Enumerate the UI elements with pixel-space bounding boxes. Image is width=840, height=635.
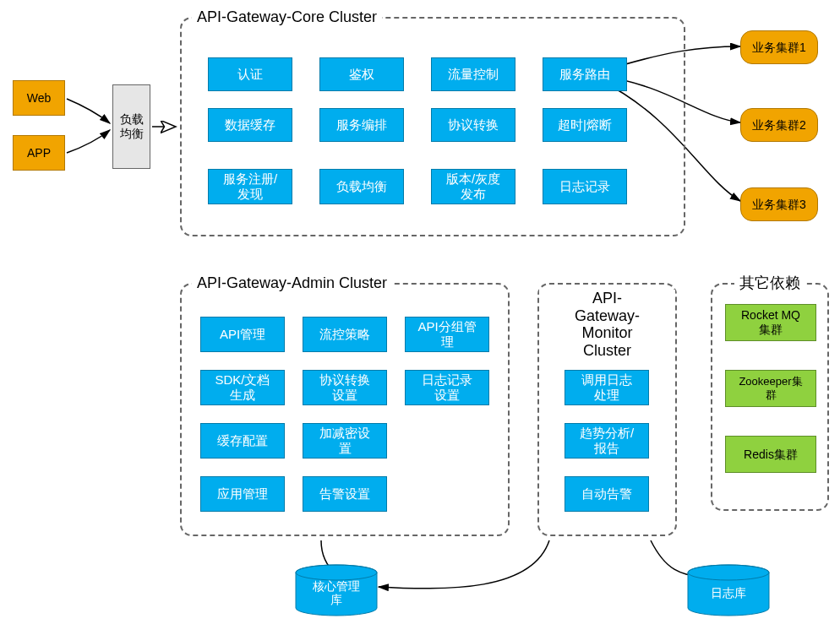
monitor-cluster-title: API- Gateway- Monitor Cluster [539, 290, 675, 360]
admin-item-9: 告警设置 [303, 476, 387, 512]
monitor-item-0-label: 调用日志 处理 [581, 372, 632, 403]
db-core: 核心管理 库 [294, 564, 379, 616]
admin-item-8-label: 应用管理 [217, 486, 268, 502]
core-item-3: 服务路由 [543, 57, 627, 91]
admin-item-0: API管理 [200, 317, 285, 352]
deps-cluster-title: 其它依赖 [734, 273, 805, 293]
core-item-9: 负载均衡 [319, 169, 404, 204]
admin-item-2-label: API分组管 理 [417, 319, 476, 350]
core-item-2: 流量控制 [431, 57, 515, 91]
core-item-2-label: 流量控制 [448, 67, 499, 82]
monitor-item-2-label: 自动告警 [581, 486, 632, 502]
admin-item-9-label: 告警设置 [319, 486, 370, 502]
admin-item-8: 应用管理 [200, 476, 285, 512]
db-log-label: 日志库 [686, 586, 771, 601]
core-item-7-label: 超时|熔断 [558, 117, 612, 133]
core-item-11: 日志记录 [543, 169, 627, 204]
core-item-7: 超时|熔断 [543, 108, 627, 142]
admin-item-1-label: 流控策略 [319, 327, 370, 342]
monitor-item-1: 趋势分析/ 报告 [565, 423, 649, 459]
admin-item-3: SDK/文档 生成 [200, 370, 285, 405]
admin-item-2: API分组管 理 [405, 317, 489, 352]
biz-cluster-1: 业务集群1 [740, 30, 818, 64]
core-item-4: 数据缓存 [208, 108, 292, 142]
admin-item-1: 流控策略 [303, 317, 387, 352]
core-item-10-label: 版本/灰度 发布 [446, 171, 500, 202]
db-core-label: 核心管理 库 [294, 579, 379, 606]
diagram-canvas: Web APP 负载 均衡 API-Gateway-Core Cluster 认… [0, 0, 840, 635]
admin-item-4: 协议转换 设置 [303, 370, 387, 405]
biz-cluster-1-label: 业务集群1 [752, 41, 806, 55]
monitor-item-1-label: 趋势分析/ 报告 [580, 426, 634, 456]
deps-item-1: Zookeeper集 群 [725, 370, 816, 407]
core-item-6: 协议转换 [431, 108, 515, 142]
admin-item-5: 日志记录 设置 [405, 370, 489, 405]
monitor-item-2: 自动告警 [565, 476, 649, 512]
admin-item-6: 缓存配置 [200, 423, 285, 459]
client-app-label: APP [27, 146, 51, 160]
biz-cluster-2: 业务集群2 [740, 108, 818, 142]
core-item-1-label: 鉴权 [349, 67, 374, 82]
core-item-10: 版本/灰度 发布 [431, 169, 515, 204]
core-item-5-label: 服务编排 [336, 117, 387, 133]
db-log: 日志库 [686, 564, 771, 616]
admin-item-5-label: 日志记录 设置 [422, 372, 472, 403]
core-item-9-label: 负载均衡 [336, 179, 387, 194]
client-web: Web [13, 80, 65, 116]
core-cluster-title: API-Gateway-Core Cluster [192, 8, 382, 26]
admin-item-7-label: 加减密设 置 [319, 426, 370, 456]
svg-point-2 [688, 565, 769, 580]
core-item-1: 鉴权 [319, 57, 404, 91]
core-item-8: 服务注册/ 发现 [208, 169, 292, 204]
core-item-4-label: 数据缓存 [225, 117, 275, 133]
biz-cluster-3-label: 业务集群3 [752, 198, 806, 212]
admin-item-0-label: API管理 [220, 327, 265, 342]
core-item-3-label: 服务路由 [559, 67, 610, 82]
admin-cluster-title: API-Gateway-Admin Cluster [192, 274, 392, 292]
admin-item-4-label: 协议转换 设置 [319, 372, 370, 403]
svg-point-3 [688, 565, 769, 580]
core-item-6-label: 协议转换 [448, 117, 499, 133]
deps-item-0: Rocket MQ 集群 [725, 304, 816, 341]
core-item-0: 认证 [208, 57, 292, 91]
core-item-8-label: 服务注册/ 发现 [223, 171, 277, 202]
monitor-item-0: 调用日志 处理 [565, 370, 649, 405]
biz-cluster-2-label: 业务集群2 [752, 118, 806, 133]
core-item-11-label: 日志记录 [559, 179, 610, 194]
admin-item-7: 加减密设 置 [303, 423, 387, 459]
svg-point-1 [296, 565, 377, 580]
admin-item-3-label: SDK/文档 生成 [215, 372, 270, 403]
deps-item-0-label: Rocket MQ 集群 [741, 308, 800, 337]
client-web-label: Web [27, 91, 52, 106]
core-item-0-label: 认证 [237, 67, 263, 82]
svg-point-0 [296, 565, 377, 580]
deps-item-2: Redis集群 [725, 436, 816, 473]
admin-item-6-label: 缓存配置 [217, 433, 268, 448]
deps-item-1-label: Zookeeper集 群 [739, 375, 802, 401]
load-balancer-label: 负载 均衡 [120, 112, 144, 141]
client-app: APP [13, 135, 65, 171]
load-balancer: 负载 均衡 [112, 84, 150, 169]
deps-item-2-label: Redis集群 [744, 448, 798, 462]
core-item-5: 服务编排 [319, 108, 404, 142]
biz-cluster-3: 业务集群3 [740, 187, 818, 221]
